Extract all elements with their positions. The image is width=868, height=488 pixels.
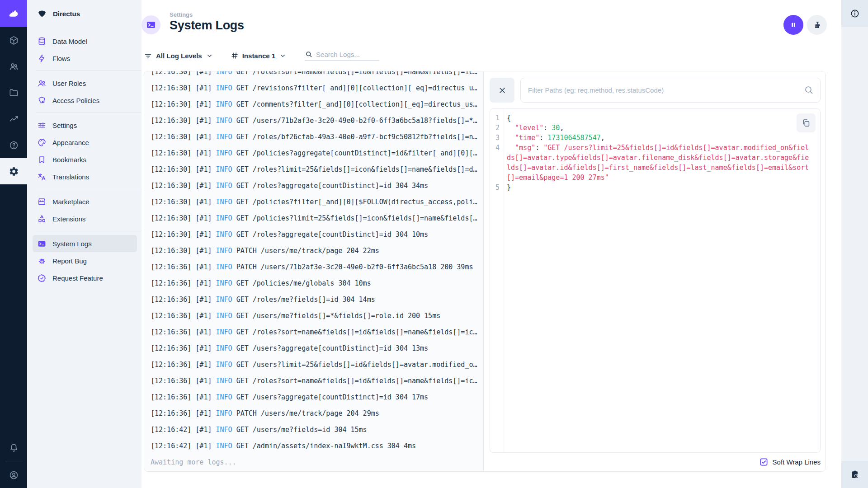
directus-logo-button[interactable] [0,0,27,27]
chevron-down-icon [206,52,213,60]
log-row[interactable]: [12:16:30] [#1] INFO GET /policies?aggre… [144,145,483,161]
log-row[interactable]: [12:16:30] [#1] INFO GET /policies?limit… [144,210,483,226]
sidebar-item-flows[interactable]: Flows [27,50,142,67]
sidebar-item-access-policies[interactable]: Access Policies [27,92,142,109]
log-row[interactable]: [12:16:36] [#1] INFO GET /roles?sort=nam… [144,373,483,389]
sidebar-item-label: Settings [52,122,77,129]
copy-json-button[interactable] [797,113,816,132]
search-icon [305,50,313,58]
module-content[interactable] [0,27,27,53]
project-name: Directus [53,10,80,18]
pause-icon [789,20,798,29]
user-directory-icon [9,61,19,72]
log-detail-pane: 1{2 "level": 30,3 "time": 1731064587547,… [484,71,825,471]
soft-wrap-checkbox[interactable] [760,458,768,466]
sidebar-item-label: Report Bug [52,257,87,265]
log-row[interactable]: [12:16:30] [#1] INFO PATCH /users/me/tra… [144,243,483,259]
search-logs-input[interactable] [316,51,379,58]
sidebar-item-request-feature[interactable]: Request Feature [27,269,142,286]
sidebar-item-label: Access Policies [52,97,99,104]
log-detail-code[interactable]: 1{2 "level": 30,3 "time": 1731064587547,… [490,108,821,453]
filter-paths-input[interactable] [520,78,821,103]
sidebar-item-marketplace[interactable]: Marketplace [27,193,142,210]
nav-items: Data Model Flows User Roles Access Polic… [27,27,142,286]
sidebar-item-appearance[interactable]: Appearance [27,134,142,151]
code-line: 1{ [490,113,820,123]
log-row[interactable]: [12:16:30] [#1] INFO GET /roles?aggregat… [144,226,483,243]
log-row[interactable]: [12:16:36] [#1] INFO PATCH /users/71b2af… [144,259,483,275]
log-row[interactable]: [12:16:36] [#1] INFO GET /users/me?field… [144,308,483,324]
sidebar-item-label: Request Feature [52,274,103,282]
log-row[interactable]: [12:16:30] [#1] INFO GET /roles?limit=25… [144,161,483,178]
terminal-icon [146,19,156,30]
account-button[interactable] [0,462,27,488]
log-row[interactable]: [12:16:36] [#1] INFO GET /roles?sort=nam… [144,324,483,340]
translate-icon [37,172,47,182]
notifications-button[interactable] [0,434,27,460]
module-settings[interactable] [0,158,27,184]
log-row[interactable]: [12:16:42] [#1] INFO GET /admin/assets/i… [144,438,483,454]
log-row[interactable]: [12:16:30] [#1] INFO GET /users/71b2af3e… [144,113,483,129]
log-row[interactable]: [12:16:42] [#1] INFO GET /users/me?field… [144,422,483,438]
close-detail-button[interactable] [490,78,514,103]
log-row[interactable]: [12:16:30] [#1] INFO GET /policies?filte… [144,194,483,210]
activity-history-button[interactable] [841,461,868,488]
database-icon [37,37,47,46]
module-insights[interactable] [0,106,27,132]
instance-filter[interactable]: Instance 1 [231,52,287,60]
sidebar-item-label: Data Model [52,38,87,45]
log-row[interactable]: [12:16:30] [#1] INFO GET /comments?filte… [144,96,483,113]
line-number: 4 [490,143,504,153]
log-row[interactable]: [12:16:30] [#1] INFO GET /roles/bf26cfab… [144,129,483,145]
search-icon [803,84,814,95]
log-row[interactable]: [12:16:36] [#1] INFO GET /policies/me/gl… [144,275,483,291]
log-container: [12:16:30] [#1] INFO GET /roles?sort=nam… [144,71,826,472]
log-row[interactable]: [12:16:36] [#1] INFO PATCH /users/me/tra… [144,405,483,422]
awaiting-row: Awaiting more logs... [144,454,483,470]
breadcrumb[interactable]: Settings [170,11,193,18]
sidebar-item-report-bug[interactable]: Report Bug [27,252,142,269]
sidebar-item-extensions[interactable]: Extensions [27,210,142,227]
sidebar-item-bookmarks[interactable]: Bookmarks [27,151,142,168]
sidebar-item-data-model[interactable]: Data Model [27,33,142,50]
log-row[interactable]: [12:16:36] [#1] INFO GET /users?aggregat… [144,340,483,357]
module-file-library[interactable] [0,80,27,106]
clear-logs-button[interactable] [807,15,827,35]
sidebar-item-user-roles[interactable]: User Roles [27,75,142,92]
log-search [305,50,379,61]
sidebar-item-translations[interactable]: Translations [27,168,142,185]
sidebar-item-settings[interactable]: Settings [27,117,142,134]
module-user-directory[interactable] [0,53,27,80]
code-line: 2 "level": 30, [490,123,820,133]
account-avatar-icon [9,470,19,480]
log-row[interactable]: [12:16:30] [#1] INFO GET /roles?sort=nam… [144,71,483,80]
close-icon [498,86,507,95]
code-line: 4 "msg": "GET /users?limit=25&fields[]=i… [490,143,820,183]
info-sidebar-button[interactable] [841,0,868,27]
module-help[interactable] [0,132,27,158]
log-row[interactable]: [12:16:36] [#1] INFO GET /users?aggregat… [144,389,483,405]
project-header[interactable]: Directus [27,0,142,27]
log-row[interactable]: [12:16:30] [#1] INFO GET /revisions?filt… [144,80,483,96]
sidebar-item-system-logs[interactable]: System Logs [33,235,137,252]
line-number: 5 [490,183,504,192]
nav-sidebar: Directus Data Model Flows User Roles Acc… [27,0,142,488]
log-level-filter[interactable]: All Log Levels [144,52,213,60]
line-number: 1 [490,113,504,123]
pause-logs-button[interactable] [783,15,803,35]
log-stream-pane[interactable]: [12:16:30] [#1] INFO GET /roles?sort=nam… [144,71,484,471]
sidebar-item-label: User Roles [52,80,86,87]
nav-divider [36,70,142,71]
log-row[interactable]: [12:16:36] [#1] INFO GET /users?limit=25… [144,357,483,373]
soft-wrap-label[interactable]: Soft Wrap Lines [773,458,821,466]
sidebar-item-label: Bookmarks [52,156,86,164]
module-bar-bottom [0,434,27,488]
log-row[interactable]: [12:16:36] [#1] INFO GET /roles/me?field… [144,291,483,308]
log-level-filter-label: All Log Levels [156,52,202,60]
verified-badge-icon [37,273,47,283]
settings-icon [9,166,19,177]
sidebar-item-label: Translations [52,173,89,181]
module-bar [0,0,27,488]
log-row[interactable]: [12:16:30] [#1] INFO GET /roles?aggregat… [144,178,483,194]
soft-wrap-toggle[interactable]: Soft Wrap Lines [490,458,821,466]
